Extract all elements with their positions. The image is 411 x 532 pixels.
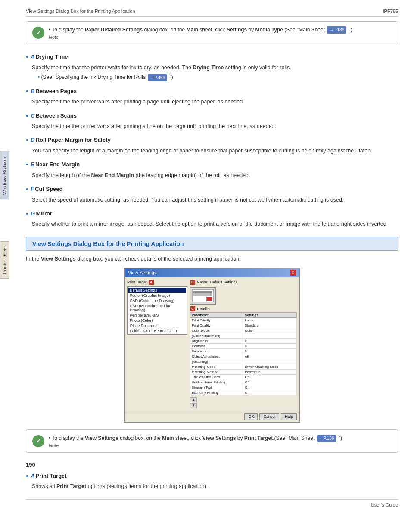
dialog-right-panel: B Name: Default Settings xyxy=(190,280,297,408)
dialog-scroll-buttons: ▲ ▼ xyxy=(190,397,297,408)
table-row: Contrast0 xyxy=(190,343,297,348)
section-cut-speed: • FCut Speed Select the speed of automat… xyxy=(26,185,398,204)
dialog-name-label: Name: xyxy=(197,280,209,284)
section-title-e: ENear End Margin xyxy=(31,161,80,168)
page-number: 190 xyxy=(26,461,398,468)
section-desc-g: Specify whether to print a mirror image,… xyxy=(32,220,398,228)
dialog-details-header: C Details xyxy=(190,306,297,311)
table-row: Sharpen TextOn xyxy=(190,385,297,390)
scroll-up-button[interactable]: ▲ xyxy=(190,397,197,402)
section-desc-b: Specify the time the printer waits after… xyxy=(32,98,398,106)
side-tab-windows: Windows Software xyxy=(0,151,9,199)
dialog-close-button[interactable]: ✕ xyxy=(290,270,296,276)
dialog-table-header-parameter: Parameter xyxy=(190,312,243,317)
dialog-list-item-poster[interactable]: Poster (Graphic Image) xyxy=(128,293,186,298)
dialog-cancel-button[interactable]: Cancel xyxy=(259,413,279,420)
dialog-print-target-label: Print Target xyxy=(127,280,147,284)
section-title-d: DRoll Paper Margin for Safety xyxy=(31,136,110,144)
table-row: Brightness0 xyxy=(190,338,297,343)
table-row: Thin on Fine LinesOff xyxy=(190,374,297,380)
sub-a-1: (See "Specifying the Ink Drying Time for… xyxy=(38,73,398,81)
dialog-details-label: Details xyxy=(197,307,210,311)
section-desc-a: Specify the time that the printer waits … xyxy=(32,64,398,72)
bullet-f: • xyxy=(26,185,28,193)
dialog-container: View Settings ✕ Print Target A Default S… xyxy=(26,268,398,423)
section-desc-d: You can specify the length of a margin o… xyxy=(32,147,398,155)
header-right: iPF765 xyxy=(383,9,398,14)
table-row: Economy PrintingOff xyxy=(190,390,297,395)
dialog-titlebar: View Settings ✕ xyxy=(125,268,299,277)
section-title-f: FCut Speed xyxy=(31,185,62,193)
section-near-end-margin: • ENear End Margin Specify the length of… xyxy=(26,161,398,179)
section-drying-time: • ADrying Time Specify the time that the… xyxy=(26,53,398,81)
table-row: (Color Adjustment) xyxy=(190,333,297,338)
section-print-target: • APrint Target Shows all Print Target o… xyxy=(26,472,398,491)
dialog-name-row: B Name: Default Settings xyxy=(190,280,297,285)
table-row: Print QualityStandard xyxy=(190,323,297,328)
dialog-left-panel: Print Target A Default Settings Poster (… xyxy=(127,280,187,408)
bullet-c: • xyxy=(26,112,28,120)
section-between-pages: • BBetween Pages Specify the time the pr… xyxy=(26,87,398,106)
side-tab-printer: Printer Driver xyxy=(0,241,9,279)
view-settings-header: View Settings Dialog Box for the Printin… xyxy=(26,237,398,251)
dialog-table-header-settings: Settings xyxy=(243,312,297,317)
dialog-help-button[interactable]: Help xyxy=(281,413,297,420)
dialog-body: Print Target A Default Settings Poster (… xyxy=(125,277,299,411)
section-desc-e: Specify the length of the Near End Margi… xyxy=(32,171,398,180)
section-roll-paper-margin: • DRoll Paper Margin for Safety You can … xyxy=(26,136,398,155)
dialog-box: View Settings ✕ Print Target A Default S… xyxy=(124,268,300,423)
dialog-list-item-perspective[interactable]: Perspective, GIS xyxy=(128,313,186,318)
dialog-list-item-photo[interactable]: Photo (Color) xyxy=(128,318,186,323)
table-row: (Matching) xyxy=(190,359,297,364)
dialog-print-target-header: Print Target A xyxy=(127,280,187,285)
table-row: Object AdjustmentAll xyxy=(190,354,297,359)
view-settings-intro: In the View Settings dialog box, you can… xyxy=(26,255,398,263)
dialog-ok-button[interactable]: OK xyxy=(244,413,258,420)
dialog-list-item-cad-mono[interactable]: CAD (Monochrome Line Drawing) xyxy=(128,303,186,313)
dialog-letter-c-badge: C xyxy=(190,306,195,311)
table-row: Color ModeColor xyxy=(190,328,297,333)
note-text-1: • To display the Paper Detailed Settings… xyxy=(49,26,352,34)
scroll-down-button[interactable]: ▼ xyxy=(190,403,197,408)
table-row: Print PriorityImage xyxy=(190,317,297,323)
dialog-title: View Settings xyxy=(128,270,156,275)
dialog-list-item-faithful[interactable]: Faithful Color Reproduction xyxy=(128,328,186,333)
bullet-e: • xyxy=(26,161,28,168)
dialog-list-item-default[interactable]: Default Settings xyxy=(128,288,186,293)
page-header: View Settings Dialog Box for the Printin… xyxy=(26,9,398,17)
note-icon-2: ✓ xyxy=(32,435,44,447)
dialog-letter-b-badge: B xyxy=(190,280,195,285)
dialog-list-item-office[interactable]: Office Document xyxy=(128,323,186,328)
header-left: View Settings Dialog Box for the Printin… xyxy=(26,9,135,14)
dialog-list-item-cad-color[interactable]: CAD (Color Line Drawing) xyxy=(128,298,186,303)
table-row: Matching ModeDriver Matching Mode xyxy=(190,364,297,369)
section-title-b: BBetween Pages xyxy=(31,87,77,95)
section-between-scans: • CBetween Scans Specify the time the pr… xyxy=(26,112,398,131)
note-label-1: Note xyxy=(49,34,352,40)
section-desc-c: Specify the time the printer waits after… xyxy=(32,122,398,131)
note-box-2: ✓ • To display the View Settings dialog … xyxy=(26,429,398,453)
section-mirror: • GMirror Specify whether to print a mir… xyxy=(26,210,398,228)
dialog-preview xyxy=(190,287,216,305)
table-row: Matching MethodPerceptual xyxy=(190,369,297,374)
dialog-details-table: Parameter Settings Print PriorityImage P… xyxy=(190,312,297,395)
section-title-a: ADrying Time xyxy=(31,53,68,61)
note-icon-1: ✓ xyxy=(32,27,44,39)
dialog-preview-inner xyxy=(192,289,214,302)
bullet-g: • xyxy=(26,210,28,218)
section-desc-print-target: Shows all Print Target options (settings… xyxy=(32,482,398,491)
section-title-g: GMirror xyxy=(31,210,52,218)
note-box-1: ✓ • To display the Paper Detailed Settin… xyxy=(26,21,398,44)
section-title-c: CBetween Scans xyxy=(31,112,77,120)
section-desc-f: Select the speed of automatic cutting, a… xyxy=(32,196,398,204)
table-row: Unidirectional PrintingOff xyxy=(190,380,297,385)
footer-text: User's Guide xyxy=(371,502,398,507)
section-title-print-target: APrint Target xyxy=(31,472,66,480)
dialog-letter-a-badge: A xyxy=(149,280,154,285)
bullet-b: • xyxy=(26,87,28,95)
page-footer: User's Guide xyxy=(26,499,398,507)
dialog-list[interactable]: Default Settings Poster (Graphic Image) … xyxy=(127,286,187,335)
bullet-a-bottom: • xyxy=(26,472,28,480)
bullet-d: • xyxy=(26,136,28,144)
note-text-2: • To display the View Settings dialog bo… xyxy=(49,434,342,442)
